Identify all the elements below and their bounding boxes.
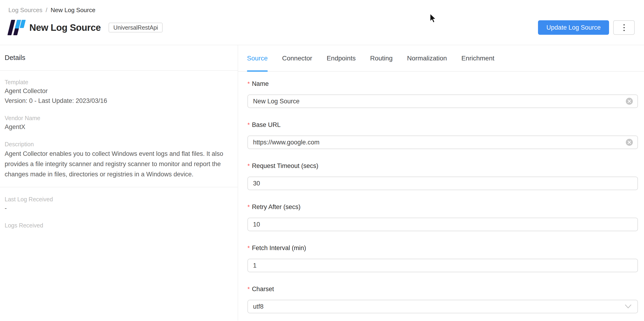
main-panel: Source Connector Endpoints Routing Norma… [238,45,644,320]
charset-select[interactable]: utf8 [248,300,638,313]
template-version-line: Version: 0 - Last Update: 2023/03/16 [5,96,231,106]
required-asterisk: * [248,80,250,88]
required-asterisk: * [248,162,250,170]
content-area: Details Template Agent Collector Version… [0,45,644,320]
sidebar-divider [0,187,238,187]
log-source-type-badge: UniversalRestApi [108,23,163,33]
tab-endpoints[interactable]: Endpoints [327,45,356,71]
vendor-name-label: Vendor Name [5,114,231,122]
last-log-received-label: Last Log Received [5,195,231,203]
kebab-dot-icon [624,24,625,26]
input-wrapper [248,259,638,272]
page-title: New Log Source [29,22,101,33]
tab-enrichment[interactable]: Enrichment [461,45,494,71]
form-field-fetch-interval: * Fetch Interval (min) [248,244,638,272]
retry-after-input[interactable] [248,218,638,231]
field-label-text: Request Timeout (secs) [252,162,318,170]
charset-selected-value: utf8 [253,303,264,310]
clear-circle-icon[interactable] [626,98,633,105]
fetch-interval-input[interactable] [248,259,638,272]
tab-normalization[interactable]: Normalization [407,45,447,71]
form-field-charset: * Charset utf8 [248,285,638,313]
breadcrumb: Log Sources / New Log Source [8,0,635,14]
last-log-received-value: - [5,203,231,213]
more-actions-button[interactable] [613,20,635,35]
tab-routing[interactable]: Routing [370,45,392,71]
required-asterisk: * [248,244,250,252]
input-wrapper: utf8 [248,300,638,313]
breadcrumb-log-sources[interactable]: Log Sources [8,7,42,14]
field-label: * Retry After (secs) [248,203,638,211]
form-field-base-url: * Base URL [248,121,638,149]
field-label: * Base URL [248,121,638,129]
input-wrapper [248,177,638,190]
field-label-text: Fetch Interval (min) [252,244,306,252]
tab-connector[interactable]: Connector [282,45,312,71]
field-label: * Name [248,80,638,88]
base-url-input[interactable] [248,135,638,149]
template-name: Agent Collector [5,86,231,96]
chevron-down-icon [625,304,632,309]
kebab-dot-icon [624,27,625,28]
template-label: Template [5,78,231,86]
header-row: New Log Source UniversalRestApi Update L… [8,20,635,35]
field-label: * Charset [248,285,638,293]
input-wrapper [248,94,638,108]
required-asterisk: * [248,203,250,211]
sidebar-divider [0,70,238,71]
field-label-text: Base URL [252,121,280,129]
description-text: Agent Collector enables you to collect W… [5,148,226,179]
details-heading: Details [5,54,231,62]
breadcrumb-current: New Log Source [50,7,95,14]
request-timeout-input[interactable] [248,177,638,190]
clear-circle-icon[interactable] [626,139,633,146]
name-input[interactable] [248,94,638,108]
field-label-text: Retry After (secs) [252,203,300,211]
tab-source[interactable]: Source [247,45,268,71]
details-sidebar: Details Template Agent Collector Version… [0,45,238,320]
update-log-source-button[interactable]: Update Log Source [538,20,609,35]
tab-bar: Source Connector Endpoints Routing Norma… [238,45,644,72]
input-wrapper [248,135,638,149]
form-field-request-timeout: * Request Timeout (secs) [248,162,638,190]
app-logo-icon [8,20,24,35]
field-label-text: Name [252,80,269,88]
input-wrapper [248,218,638,231]
description-label: Description [5,140,231,148]
kebab-dot-icon [624,30,625,31]
required-asterisk: * [248,285,250,293]
log-source-detail-page: Log Sources / New Log Source New Log Sou… [0,0,644,321]
logs-received-label: Logs Received [5,221,231,229]
vendor-name-value: AgentX [5,122,231,132]
field-label: * Fetch Interval (min) [248,244,638,252]
field-label: * Request Timeout (secs) [248,162,638,170]
field-label-text: Charset [252,285,274,293]
form-field-name: * Name [248,80,638,108]
source-form: * Name * Base URL [238,80,644,313]
page-header: Log Sources / New Log Source New Log Sou… [0,0,644,45]
form-field-retry-after: * Retry After (secs) [248,203,638,231]
required-asterisk: * [248,121,250,129]
breadcrumb-separator: / [46,7,47,14]
